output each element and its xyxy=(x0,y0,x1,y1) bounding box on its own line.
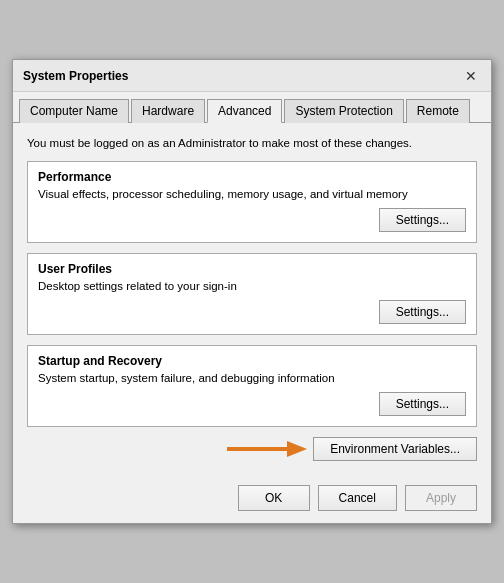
startup-recovery-title: Startup and Recovery xyxy=(38,354,466,368)
arrow-container xyxy=(27,437,307,461)
window-title: System Properties xyxy=(23,69,128,83)
user-profiles-title: User Profiles xyxy=(38,262,466,276)
performance-title: Performance xyxy=(38,170,466,184)
user-profiles-section: User Profiles Desktop settings related t… xyxy=(27,253,477,335)
apply-button[interactable]: Apply xyxy=(405,485,477,511)
tab-advanced[interactable]: Advanced xyxy=(207,99,282,123)
tab-bar: Computer Name Hardware Advanced System P… xyxy=(13,92,491,123)
startup-recovery-settings-button[interactable]: Settings... xyxy=(379,392,466,416)
tab-content: You must be logged on as an Administrato… xyxy=(13,123,491,477)
ok-button[interactable]: OK xyxy=(238,485,310,511)
tab-system-protection[interactable]: System Protection xyxy=(284,99,403,123)
startup-recovery-btn-row: Settings... xyxy=(38,392,466,416)
startup-recovery-section: Startup and Recovery System startup, sys… xyxy=(27,345,477,427)
arrow-icon xyxy=(227,437,307,461)
svg-marker-1 xyxy=(287,441,307,457)
admin-note: You must be logged on as an Administrato… xyxy=(27,137,477,149)
performance-section: Performance Visual effects, processor sc… xyxy=(27,161,477,243)
close-button[interactable]: ✕ xyxy=(461,66,481,86)
user-profiles-settings-button[interactable]: Settings... xyxy=(379,300,466,324)
footer-buttons: OK Cancel Apply xyxy=(13,477,491,523)
tab-computer-name[interactable]: Computer Name xyxy=(19,99,129,123)
user-profiles-btn-row: Settings... xyxy=(38,300,466,324)
environment-variables-button[interactable]: Environment Variables... xyxy=(313,437,477,461)
performance-btn-row: Settings... xyxy=(38,208,466,232)
env-variables-row: Environment Variables... xyxy=(27,437,477,463)
performance-settings-button[interactable]: Settings... xyxy=(379,208,466,232)
startup-recovery-desc: System startup, system failure, and debu… xyxy=(38,372,466,384)
cancel-button[interactable]: Cancel xyxy=(318,485,397,511)
tab-remote[interactable]: Remote xyxy=(406,99,470,123)
title-bar: System Properties ✕ xyxy=(13,60,491,92)
user-profiles-desc: Desktop settings related to your sign-in xyxy=(38,280,466,292)
performance-desc: Visual effects, processor scheduling, me… xyxy=(38,188,466,200)
system-properties-window: System Properties ✕ Computer Name Hardwa… xyxy=(12,59,492,524)
tab-hardware[interactable]: Hardware xyxy=(131,99,205,123)
